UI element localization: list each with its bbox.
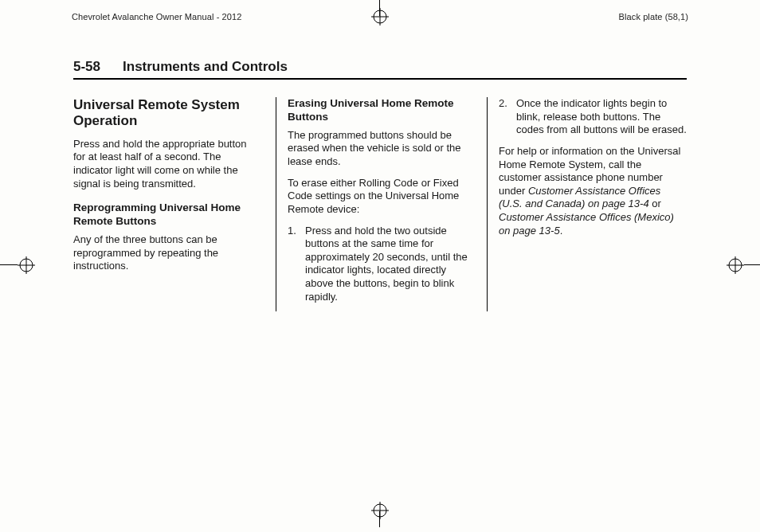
column-3: 2. Once the indicator lights begin to bl… [487, 97, 687, 311]
svg-point-6 [20, 259, 33, 272]
ordered-list: 2. Once the indicator lights begin to bl… [499, 97, 687, 137]
registration-mark-left [18, 256, 35, 274]
list-number: 2. [499, 97, 516, 137]
registration-mark-right [727, 256, 744, 274]
ordered-list: 1. Press and hold the two outside button… [288, 225, 476, 304]
chapter-title: Instruments and Controls [123, 59, 288, 75]
list-number: 1. [288, 225, 305, 304]
plate-text: Black plate (58,1) [619, 12, 688, 22]
page: Chevrolet Avalanche Owner Manual - 2012 … [0, 0, 760, 532]
section-heading: Universal Remote System Operation [73, 97, 261, 130]
column-2: Erasing Universal Home Remote Buttons Th… [276, 97, 476, 311]
body-fragment: or [649, 198, 661, 209]
svg-point-3 [374, 504, 386, 517]
registration-mark-bottom [371, 502, 389, 519]
column-set: Universal Remote System Operation Press … [73, 97, 687, 311]
body-text: The programmed buttons should be erased … [288, 129, 476, 169]
list-item: 2. Once the indicator lights begin to bl… [499, 97, 687, 137]
running-head: 5-58 Instruments and Controls [73, 59, 687, 80]
body-text: For help or information on the Universal… [499, 145, 687, 237]
list-text: Once the indicator lights begin to blink… [516, 97, 687, 137]
body-text: Press and hold the appropriate button fo… [73, 138, 261, 191]
page-number: 5-58 [73, 59, 100, 75]
body-text: Any of the three buttons can be reprogra… [73, 233, 261, 273]
cross-ref: Customer Assistance Offices (Mexico) on … [499, 211, 674, 237]
column-1: Universal Remote System Operation Press … [73, 97, 264, 311]
subsection-heading: Reprogramming Universal Home Remote Butt… [73, 201, 261, 229]
manual-title: Chevrolet Avalanche Owner Manual - 2012 [72, 12, 241, 22]
body-fragment: . [560, 225, 563, 237]
list-item: 1. Press and hold the two outside button… [288, 225, 476, 304]
body-text: To erase either Rolling Code or Fixed Co… [288, 177, 476, 217]
list-text: Press and hold the two outside buttons a… [305, 225, 476, 304]
svg-point-9 [729, 259, 742, 272]
subsection-heading: Erasing Universal Home Remote Buttons [288, 97, 476, 124]
print-slug-row: Chevrolet Avalanche Owner Manual - 2012 … [72, 12, 688, 22]
content-area: 5-58 Instruments and Controls Universal … [73, 59, 687, 500]
